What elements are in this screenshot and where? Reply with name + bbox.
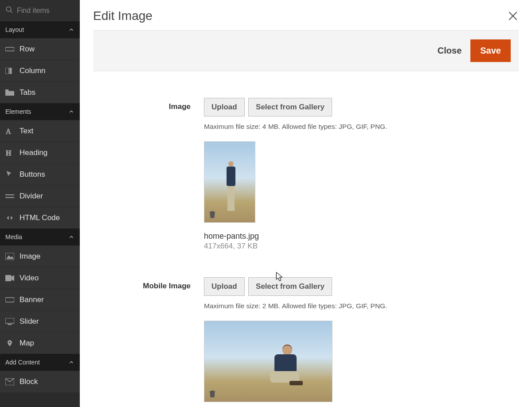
text-icon: A [5, 127, 14, 136]
svg-marker-12 [7, 256, 13, 259]
row-icon [5, 45, 14, 54]
block-icon [5, 377, 14, 386]
column-icon [5, 66, 14, 75]
svg-point-18 [9, 324, 10, 325]
sidebar-item-banner[interactable]: Banner [0, 289, 80, 310]
panel-title: Edit Image [93, 9, 153, 23]
sidebar: Layout Row Column Tabs Elements A Text H… [0, 0, 80, 407]
edit-image-panel: Edit Image Close Save Image Upload Selec… [80, 0, 532, 407]
sidebar-item-block[interactable]: Block [0, 371, 80, 392]
group-header-elements[interactable]: Elements [0, 103, 80, 120]
group-header-media[interactable]: Media [0, 229, 80, 245]
image-filename: home-pants.jpg [204, 232, 519, 241]
sidebar-item-image[interactable]: Image [0, 245, 80, 267]
mobile-image-section: Mobile Image Upload Select from Gallery … [93, 277, 519, 407]
svg-rect-4 [10, 68, 12, 74]
sidebar-item-label: Row [20, 45, 35, 54]
map-icon [5, 339, 14, 348]
panel-header: Edit Image [93, 9, 519, 30]
image-preview [204, 141, 255, 223]
mobile-image-thumbnail[interactable] [204, 321, 332, 402]
sidebar-item-label: Heading [20, 148, 47, 157]
form-area: Image Upload Select from Gallery Maximum… [93, 71, 519, 407]
sidebar-item-htmlcode[interactable]: HTML Code [0, 207, 80, 229]
group-label: Add Content [5, 359, 40, 366]
sidebar-item-label: Slider [20, 317, 39, 326]
search-input[interactable] [17, 7, 70, 15]
sidebar-item-tabs[interactable]: Tabs [0, 81, 80, 103]
sidebar-item-label: Column [20, 66, 46, 75]
heading-icon: H [5, 148, 14, 157]
mobile-image-hint: Maximum file size: 2 MB. Allowed file ty… [204, 302, 519, 310]
svg-point-17 [8, 324, 9, 325]
tabs-icon [5, 88, 14, 97]
svg-point-19 [11, 324, 12, 325]
sidebar-item-label: Divider [20, 192, 43, 201]
sidebar-item-video[interactable]: Video [0, 267, 80, 289]
mobile-image-preview [204, 321, 332, 402]
divider-icon [5, 192, 14, 201]
svg-text:H: H [6, 149, 12, 156]
sidebar-item-label: Image [20, 252, 40, 261]
image-icon [5, 252, 14, 261]
group-label: Elements [5, 108, 31, 115]
html-code-icon [5, 213, 14, 222]
sidebar-item-divider[interactable]: Divider [0, 185, 80, 207]
sidebar-item-label: Buttons [20, 170, 45, 179]
chevron-up-icon [68, 359, 74, 365]
close-icon[interactable] [507, 10, 519, 22]
svg-point-0 [6, 7, 11, 12]
svg-rect-15 [5, 298, 14, 302]
trash-icon[interactable] [207, 209, 217, 219]
action-bar: Close Save [93, 30, 519, 71]
gallery-button[interactable]: Select from Gallery [248, 98, 332, 116]
svg-rect-13 [5, 275, 11, 281]
save-button[interactable]: Save [470, 39, 511, 62]
buttons-icon [5, 170, 14, 179]
group-header-add-content[interactable]: Add Content [0, 354, 80, 371]
sidebar-item-label: Video [20, 274, 39, 283]
svg-rect-16 [5, 318, 14, 323]
sidebar-item-label: Map [20, 339, 34, 348]
sidebar-item-heading[interactable]: H Heading [0, 142, 80, 163]
video-icon [5, 274, 14, 283]
mobile-gallery-button[interactable]: Select from Gallery [248, 277, 332, 296]
sidebar-search [0, 0, 80, 21]
svg-marker-14 [12, 275, 14, 281]
sidebar-item-map[interactable]: Map [0, 332, 80, 354]
sidebar-item-buttons[interactable]: Buttons [0, 163, 80, 185]
trash-icon[interactable] [207, 389, 217, 399]
svg-rect-6 [5, 89, 8, 91]
svg-line-1 [10, 11, 12, 13]
sidebar-item-slider[interactable]: Slider [0, 310, 80, 332]
close-button[interactable]: Close [438, 46, 462, 56]
image-label: Image [93, 98, 204, 251]
sidebar-item-label: Banner [20, 295, 44, 304]
image-hint: Maximum file size: 4 MB. Allowed file ty… [204, 123, 519, 131]
image-filemeta: 417x664, 37 KB [204, 242, 519, 251]
upload-button[interactable]: Upload [204, 98, 245, 116]
sidebar-item-row[interactable]: Row [0, 38, 80, 60]
svg-rect-5 [5, 91, 14, 96]
sidebar-item-label: Text [20, 127, 33, 136]
chevron-up-icon [68, 109, 74, 115]
sidebar-item-text[interactable]: A Text [0, 120, 80, 142]
sidebar-item-label: Block [20, 377, 38, 386]
svg-rect-2 [5, 47, 14, 51]
chevron-up-icon [68, 234, 74, 240]
search-icon [5, 6, 13, 16]
svg-text:A: A [6, 128, 11, 135]
image-section: Image Upload Select from Gallery Maximum… [93, 98, 519, 251]
group-label: Layout [5, 26, 24, 33]
sidebar-item-label: HTML Code [20, 213, 60, 222]
svg-rect-3 [5, 68, 9, 74]
mobile-image-label: Mobile Image [93, 277, 204, 407]
slider-icon [5, 317, 14, 326]
group-label: Media [5, 233, 22, 240]
banner-icon [5, 295, 14, 304]
sidebar-item-column[interactable]: Column [0, 60, 80, 81]
sidebar-item-label: Tabs [20, 88, 35, 97]
group-header-layout[interactable]: Layout [0, 21, 80, 38]
chevron-up-icon [68, 27, 74, 33]
mobile-upload-button[interactable]: Upload [204, 277, 245, 296]
